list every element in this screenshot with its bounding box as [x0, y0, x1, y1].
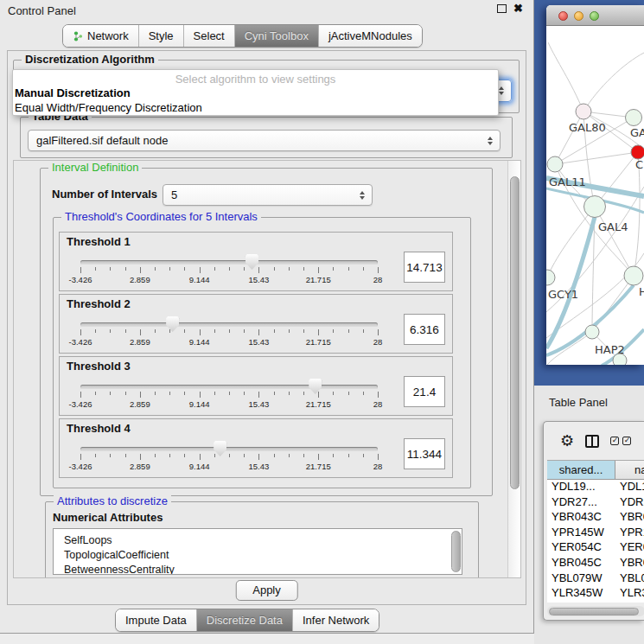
threshold-label: Threshold 2 — [67, 297, 131, 310]
pane-scrollbar[interactable] — [507, 161, 520, 577]
table-cell: YIL052C — [547, 602, 615, 603]
table-cell: YDL1 — [615, 480, 644, 495]
network-node-gal80[interactable] — [576, 104, 591, 119]
table-hscrollbar-thumb[interactable] — [549, 608, 639, 615]
cyni-toolbox-content: Discretization Algorithm Table Data galF… — [7, 50, 526, 605]
table-row[interactable]: YIL052CYIL0 — [547, 602, 644, 603]
table-cell: YDR27... — [547, 495, 615, 511]
slider-track[interactable] — [80, 447, 378, 451]
network-node[interactable] — [613, 354, 627, 365]
tick-label: 9.144 — [189, 462, 210, 471]
thresholds-title: Threshold's Coordinates for 5 Intervals — [61, 210, 261, 223]
tick-label: 15.43 — [249, 462, 270, 471]
close-icon[interactable]: ✖ — [513, 4, 523, 13]
attribute-item[interactable]: TopologicalCoefficient — [64, 548, 462, 563]
tab-cyni-toolbox[interactable]: Cyni Toolbox — [234, 25, 318, 47]
checkbox-icon[interactable] — [610, 437, 619, 445]
table-row[interactable]: YER054CYER0 — [547, 540, 644, 556]
popup-option-equal-width[interactable]: Equal Width/Frequency Discretization — [13, 100, 498, 115]
slider-track[interactable] — [80, 322, 378, 327]
network-node-c[interactable] — [631, 145, 644, 159]
attribute-item[interactable]: SelfLoops — [64, 533, 462, 548]
zoom-traffic-light-icon[interactable] — [590, 11, 599, 21]
threshold-label: Threshold 1 — [67, 235, 131, 248]
column-header-1[interactable]: shared... — [547, 461, 615, 479]
list-scrollbar-thumb[interactable] — [451, 531, 461, 572]
table-row[interactable]: YDL19...YDL1 — [547, 480, 644, 495]
attributes-title: Attributes to discretize — [54, 494, 171, 507]
tick-label: 2.859 — [130, 337, 150, 347]
network-node-gal11[interactable] — [547, 156, 563, 172]
tick-label: 2.859 — [130, 399, 150, 409]
tick-label: 2.859 — [130, 275, 150, 284]
close-traffic-light-icon[interactable] — [558, 11, 568, 21]
table-row[interactable]: YLR345WYLR3 — [547, 586, 644, 602]
table-cell: YPR1 — [615, 526, 644, 541]
node-label: GCY1 — [548, 288, 578, 301]
table-row[interactable]: YBL079WYBL0 — [547, 571, 644, 587]
table-row[interactable]: YDR27...YDR2 — [547, 495, 644, 511]
slider-track[interactable] — [80, 260, 378, 265]
tick-label: 28 — [373, 337, 383, 347]
column-header-2[interactable]: na — [615, 461, 644, 479]
network-edge[interactable] — [583, 53, 644, 112]
tab-infer-network[interactable]: Infer Network — [292, 609, 379, 631]
table-row[interactable]: YBR045CYBR0 — [547, 556, 644, 571]
gear-icon[interactable]: ⚙ — [560, 433, 574, 449]
tab-style[interactable]: Style — [138, 25, 183, 47]
network-edge[interactable] — [595, 207, 634, 276]
tab-jactivemnodules[interactable]: jActiveMNodules — [318, 25, 422, 47]
slider-ticks: -3.4262.8599.14415.4321.71528 — [80, 392, 378, 409]
tab-discretize-data[interactable]: Discretize Data — [196, 609, 292, 631]
table-hscrollbar[interactable] — [547, 606, 644, 616]
attribute-item[interactable]: BetweennessCentrality — [64, 563, 462, 575]
select-columns-icons[interactable] — [610, 437, 631, 445]
tick-label: 28 — [373, 399, 383, 409]
network-node-ga[interactable] — [626, 110, 642, 126]
split-columns-icon[interactable] — [585, 435, 599, 448]
threshold-value-field[interactable]: 14.713 — [404, 252, 445, 283]
tick-label: 9.144 — [189, 275, 210, 284]
minimize-traffic-light-icon[interactable] — [574, 11, 583, 21]
table-cell: YER054C — [547, 540, 615, 556]
tick-label: 21.715 — [306, 337, 331, 347]
table-cell: YDL19... — [547, 480, 615, 495]
threshold-value-field[interactable]: 11.344 — [404, 438, 445, 469]
number-of-intervals-combobox[interactable]: 5 — [163, 184, 373, 206]
network-window-titlebar[interactable] — [546, 5, 644, 26]
slider-track[interactable] — [80, 385, 378, 389]
pane-scrollbar-thumb[interactable] — [510, 176, 520, 489]
table-cell: YPR145W — [547, 526, 615, 541]
apply-button[interactable]: Apply — [235, 580, 298, 601]
thresholds-group: Threshold's Coordinates for 5 Intervals … — [53, 217, 471, 488]
network-edge[interactable] — [555, 112, 583, 164]
network-canvas[interactable]: GAL80GACGAL11GAL4GCY1HHAP2 — [546, 27, 644, 365]
network-edge[interactable] — [555, 152, 638, 164]
network-node-gal4[interactable] — [584, 196, 606, 218]
table-row[interactable]: YBR043CYBR0 — [547, 510, 644, 526]
numerical-attributes-label: Numerical Attributes — [53, 511, 163, 524]
node-label: H — [639, 285, 644, 298]
table-cell: YER0 — [615, 540, 644, 556]
discretization-algorithm-title: Discretization Algorithm — [22, 53, 158, 66]
control-panel-titlebar: Control Panel ✖ — [0, 0, 533, 21]
tick-label: 2.859 — [130, 462, 150, 471]
interval-definition-title: Interval Definition — [48, 161, 142, 174]
tab-impute-data[interactable]: Impute Data — [116, 609, 196, 631]
table-data-combobox[interactable]: galFiltered.sif default node — [28, 130, 501, 151]
threshold-value-field[interactable]: 21.4 — [404, 376, 445, 407]
float-window-icon[interactable] — [497, 4, 507, 13]
tick-label: 9.144 — [189, 399, 210, 409]
checkbox-icon[interactable] — [622, 437, 631, 445]
popup-option-manual[interactable]: Manual Discretization — [13, 86, 498, 100]
threshold-value-field[interactable]: 6.316 — [404, 314, 445, 345]
network-node-gcy1[interactable] — [546, 270, 555, 285]
tick-label: 21.715 — [306, 275, 331, 284]
slider-ticks: -3.4262.8599.14415.4321.71528 — [80, 454, 378, 471]
network-node-hap2[interactable] — [585, 325, 599, 339]
network-node-h[interactable] — [624, 266, 643, 285]
tab-network[interactable]: Network — [63, 25, 138, 47]
tab-select[interactable]: Select — [183, 25, 234, 47]
network-edge[interactable] — [548, 42, 583, 112]
table-row[interactable]: YPR145WYPR1 — [547, 526, 644, 541]
